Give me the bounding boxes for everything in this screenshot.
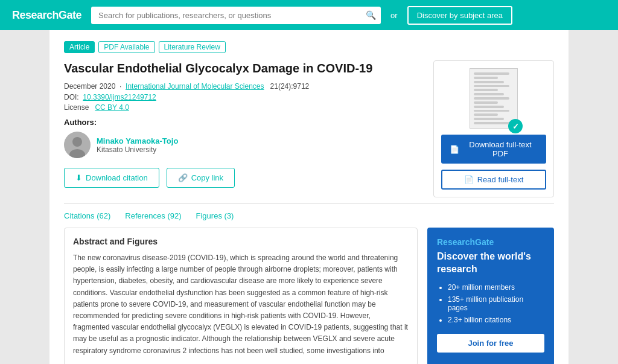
pdf-page-image: [470, 68, 518, 129]
rg-promo-brand: ResearchGate: [437, 237, 544, 247]
rg-promo-heading: Discover the world's research: [437, 251, 544, 276]
promo-item-1: 20+ million members: [448, 283, 544, 292]
tab-figures[interactable]: Figures (3): [196, 211, 234, 220]
license-row: License CC BY 4.0: [64, 103, 424, 112]
tag-literature-review[interactable]: Literature Review: [159, 41, 226, 53]
title-pdf-row: Vascular Endothelial Glycocalyx Damage i…: [64, 60, 554, 197]
journal-link[interactable]: International Journal of Molecular Scien…: [126, 82, 264, 91]
article-title: Vascular Endothelial Glycocalyx Damage i…: [64, 60, 424, 76]
search-icon: 🔍: [366, 10, 376, 20]
abstract-title: Abstract and Figures: [73, 237, 409, 246]
discover-button[interactable]: Discover by subject area: [407, 6, 512, 25]
read-document-icon: 📄: [464, 175, 474, 184]
pdf-line: [474, 89, 498, 91]
pdf-line: [474, 93, 504, 95]
action-buttons: ⬇ Download citation 🔗 Copy link: [64, 168, 424, 196]
copy-link-button[interactable]: 🔗 Copy link: [167, 168, 235, 188]
article-section: Article PDF Available Literature Review …: [49, 30, 569, 203]
promo-item-2: 135+ million publication pages: [448, 295, 544, 312]
author-name[interactable]: Minako Yamaoka-Tojo: [97, 136, 178, 145]
promo-item-3: 2.3+ billion citations: [448, 316, 544, 324]
lower-section: Abstract and Figures The new coronavirus…: [49, 228, 569, 364]
meta-row: December 2020 · International Journal of…: [64, 82, 424, 91]
pdf-box: ✓ 📄 Download full-text PDF 📄 Read full-t…: [433, 60, 554, 197]
rg-promo-box: ResearchGate Discover the world's resear…: [427, 228, 554, 364]
date: December 2020: [64, 82, 115, 91]
doi-link[interactable]: 10.3390/ijms21249712: [83, 93, 156, 101]
search-input[interactable]: [91, 7, 381, 24]
join-button[interactable]: Join for free: [437, 334, 544, 353]
article-info: Vascular Endothelial Glycocalyx Damage i…: [64, 60, 424, 196]
download-arrow-icon: ⬇: [75, 173, 82, 182]
logo: ResearchGate: [12, 9, 81, 22]
abstract-text: The new coronavirus disease-2019 (COVID-…: [73, 252, 409, 357]
tags-row: Article PDF Available Literature Review: [64, 41, 554, 53]
main-content: Article PDF Available Literature Review …: [49, 30, 569, 364]
or-label: or: [390, 11, 398, 20]
pdf-line: [474, 81, 504, 83]
license-link[interactable]: CC BY 4.0: [95, 103, 129, 112]
pdf-line: [474, 101, 498, 104]
pdf-line: [474, 106, 504, 108]
check-badge: ✓: [508, 119, 523, 133]
download-citation-button[interactable]: ⬇ Download citation: [64, 168, 159, 188]
tag-pdf[interactable]: PDF Available: [98, 41, 154, 53]
pdf-line: [474, 97, 509, 100]
download-pdf-label: Download full-text PDF: [463, 140, 538, 158]
author-details: Minako Yamaoka-Tojo Kitasato University: [97, 136, 178, 154]
svg-point-1: [72, 137, 82, 147]
search-bar: 🔍: [91, 7, 381, 24]
copy-link-icon: 🔗: [178, 173, 188, 182]
download-citation-label: Download citation: [86, 173, 148, 182]
pdf-line: [474, 85, 509, 88]
pdf-line: [474, 110, 509, 112]
abstract-box: Abstract and Figures The new coronavirus…: [64, 228, 418, 364]
pdf-preview: ✓: [470, 68, 518, 129]
tab-citations[interactable]: Citations (62): [64, 211, 110, 220]
pdf-line: [474, 122, 509, 124]
authors-label: Authors:: [64, 118, 424, 127]
volume-issue: 21(24):9712: [270, 82, 310, 91]
rg-promo-list: 20+ million members 135+ million publica…: [437, 283, 544, 324]
doi-label: DOI:: [64, 93, 79, 101]
tab-references[interactable]: References (92): [125, 211, 181, 220]
read-fulltext-label: Read full-text: [477, 175, 524, 184]
doi-row: DOI: 10.3390/ijms21249712: [64, 93, 424, 101]
header: ResearchGate 🔍 or Discover by subject ar…: [0, 0, 618, 30]
pdf-line: [474, 77, 498, 79]
tab-bar: Citations (62) References (92) Figures (…: [49, 204, 569, 228]
license-label: License: [64, 103, 89, 112]
pdf-line: [474, 72, 509, 75]
document-icon: 📄: [450, 145, 459, 154]
author-avatar: [64, 132, 91, 158]
pdf-line: [474, 118, 504, 120]
download-pdf-button[interactable]: 📄 Download full-text PDF: [441, 135, 546, 164]
tag-article[interactable]: Article: [64, 41, 95, 53]
copy-link-label: Copy link: [191, 173, 223, 182]
author-affiliation: Kitasato University: [97, 145, 178, 154]
author-card: Minako Yamaoka-Tojo Kitasato University: [64, 132, 424, 158]
pdf-line: [474, 113, 498, 116]
read-fulltext-button[interactable]: 📄 Read full-text: [441, 170, 546, 190]
